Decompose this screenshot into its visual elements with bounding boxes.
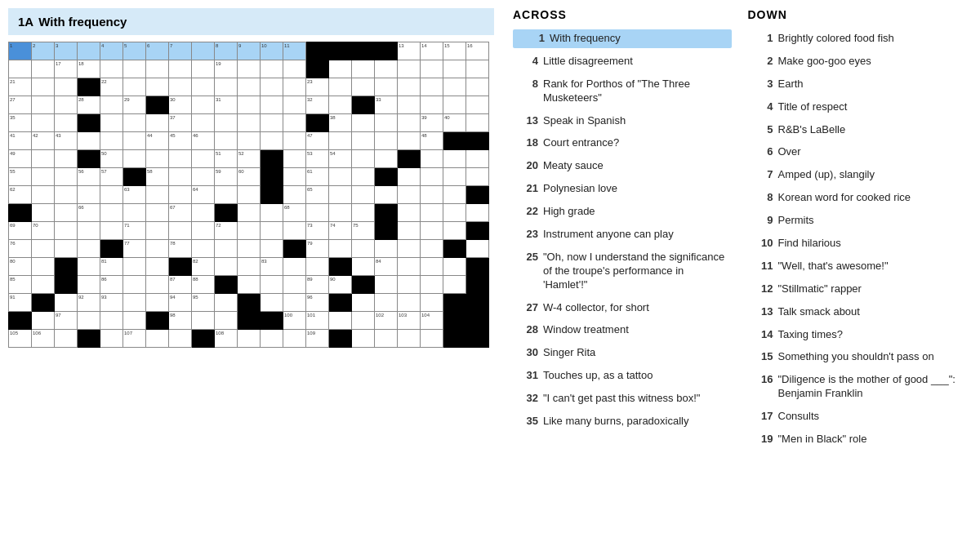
grid-cell[interactable] xyxy=(238,276,261,294)
grid-cell[interactable] xyxy=(123,114,146,132)
across-clue-item[interactable]: 35Like many burns, paradoxically xyxy=(513,412,732,431)
grid-cell[interactable] xyxy=(398,60,421,78)
grid-cell[interactable] xyxy=(261,204,283,222)
grid-cell[interactable] xyxy=(421,330,443,348)
grid-cell[interactable] xyxy=(215,204,238,222)
across-clue-item[interactable]: 8Rank for Porthos of "The Three Musketee… xyxy=(513,75,732,108)
grid-cell[interactable]: 13 xyxy=(398,42,421,60)
grid-cell[interactable] xyxy=(123,258,146,276)
grid-cell[interactable]: 1 xyxy=(9,42,32,60)
grid-cell[interactable]: 32 xyxy=(306,96,329,114)
across-clue-item[interactable]: 22High grade xyxy=(513,202,732,221)
grid-cell[interactable] xyxy=(261,168,283,186)
grid-cell[interactable] xyxy=(238,330,261,348)
grid-cell[interactable]: 90 xyxy=(329,276,352,294)
grid-cell[interactable] xyxy=(352,240,375,258)
grid-cell[interactable]: 11 xyxy=(283,42,306,60)
grid-cell[interactable] xyxy=(375,330,398,348)
grid-cell[interactable]: 40 xyxy=(443,114,466,132)
grid-cell[interactable]: 88 xyxy=(192,276,215,294)
grid-cell[interactable]: 76 xyxy=(9,240,32,258)
grid-cell[interactable] xyxy=(192,42,215,60)
across-clue-item[interactable]: 27W-4 collector, for short xyxy=(513,299,732,318)
grid-cell[interactable] xyxy=(398,204,421,222)
grid-cell[interactable] xyxy=(261,78,283,96)
grid-cell[interactable] xyxy=(329,186,352,204)
grid-cell[interactable]: 61 xyxy=(306,168,329,186)
grid-cell[interactable] xyxy=(55,204,78,222)
grid-cell[interactable] xyxy=(78,78,100,96)
grid-cell[interactable] xyxy=(238,186,261,204)
grid-cell[interactable]: 84 xyxy=(375,258,398,276)
grid-cell[interactable]: 103 xyxy=(398,312,421,330)
grid-cell[interactable]: 51 xyxy=(215,150,238,168)
grid-cell[interactable] xyxy=(238,114,261,132)
grid-cell[interactable]: 81 xyxy=(100,258,123,276)
grid-cell[interactable]: 89 xyxy=(306,276,329,294)
grid-cell[interactable] xyxy=(306,258,329,276)
grid-cell[interactable] xyxy=(443,204,466,222)
grid-cell[interactable]: 39 xyxy=(421,114,443,132)
grid-cell[interactable] xyxy=(215,240,238,258)
grid-cell[interactable]: 59 xyxy=(215,168,238,186)
down-clue-item[interactable]: 12"Stillmatic" rapper xyxy=(748,280,967,299)
grid-cell[interactable] xyxy=(398,150,421,168)
grid-cell[interactable] xyxy=(443,276,466,294)
grid-cell[interactable] xyxy=(32,150,55,168)
across-clue-item[interactable]: 20Meaty sauce xyxy=(513,157,732,176)
down-clue-item[interactable]: 2Make goo-goo eyes xyxy=(748,52,967,71)
grid-cell[interactable] xyxy=(466,276,489,294)
grid-cell[interactable] xyxy=(100,96,123,114)
grid-cell[interactable] xyxy=(398,240,421,258)
grid-cell[interactable]: 97 xyxy=(55,312,78,330)
across-clue-item[interactable]: 25"Oh, now I understand the significance… xyxy=(513,248,732,295)
across-clue-item[interactable]: 21Polynesian love xyxy=(513,180,732,198)
grid-cell[interactable]: 58 xyxy=(146,168,169,186)
grid-cell[interactable] xyxy=(146,186,169,204)
down-clue-item[interactable]: 1Brightly colored food fish xyxy=(748,29,967,48)
grid-cell[interactable] xyxy=(192,312,215,330)
grid-cell[interactable]: 30 xyxy=(169,96,192,114)
grid-cell[interactable] xyxy=(146,96,169,114)
grid-cell[interactable]: 48 xyxy=(421,132,443,150)
grid-cell[interactable] xyxy=(329,168,352,186)
grid-cell[interactable] xyxy=(329,78,352,96)
grid-cell[interactable] xyxy=(375,60,398,78)
down-clue-item[interactable]: 10Find hilarious xyxy=(748,234,967,253)
grid-cell[interactable]: 66 xyxy=(78,204,100,222)
grid-cell[interactable] xyxy=(100,222,123,240)
grid-cell[interactable]: 14 xyxy=(421,42,443,60)
down-clue-item[interactable]: 17Consults xyxy=(748,407,967,426)
grid-cell[interactable]: 3 xyxy=(55,42,78,60)
grid-cell[interactable]: 79 xyxy=(306,240,329,258)
grid-cell[interactable]: 44 xyxy=(146,132,169,150)
grid-cell[interactable] xyxy=(192,96,215,114)
grid-cell[interactable]: 63 xyxy=(123,186,146,204)
grid-cell[interactable] xyxy=(261,240,283,258)
grid-cell[interactable] xyxy=(55,294,78,312)
grid-cell[interactable] xyxy=(192,150,215,168)
grid-cell[interactable] xyxy=(398,294,421,312)
grid-cell[interactable] xyxy=(283,258,306,276)
grid-cell[interactable] xyxy=(78,42,100,60)
grid-cell[interactable] xyxy=(375,186,398,204)
down-clue-item[interactable]: 7Amped (up), slangily xyxy=(748,166,967,184)
grid-cell[interactable] xyxy=(283,168,306,186)
grid-cell[interactable]: 47 xyxy=(306,132,329,150)
grid-cell[interactable] xyxy=(146,330,169,348)
grid-cell[interactable] xyxy=(55,150,78,168)
grid-cell[interactable] xyxy=(352,132,375,150)
grid-cell[interactable] xyxy=(443,258,466,276)
grid-cell[interactable] xyxy=(78,276,100,294)
grid-cell[interactable]: 7 xyxy=(169,42,192,60)
grid-cell[interactable] xyxy=(443,150,466,168)
grid-cell[interactable] xyxy=(329,258,352,276)
grid-cell[interactable] xyxy=(9,312,32,330)
grid-cell[interactable] xyxy=(443,132,466,150)
across-clue-item[interactable]: 30Singer Rita xyxy=(513,344,732,362)
grid-cell[interactable] xyxy=(32,60,55,78)
grid-cell[interactable] xyxy=(466,186,489,204)
grid-cell[interactable] xyxy=(261,150,283,168)
grid-cell[interactable]: 43 xyxy=(55,132,78,150)
grid-cell[interactable]: 98 xyxy=(169,312,192,330)
